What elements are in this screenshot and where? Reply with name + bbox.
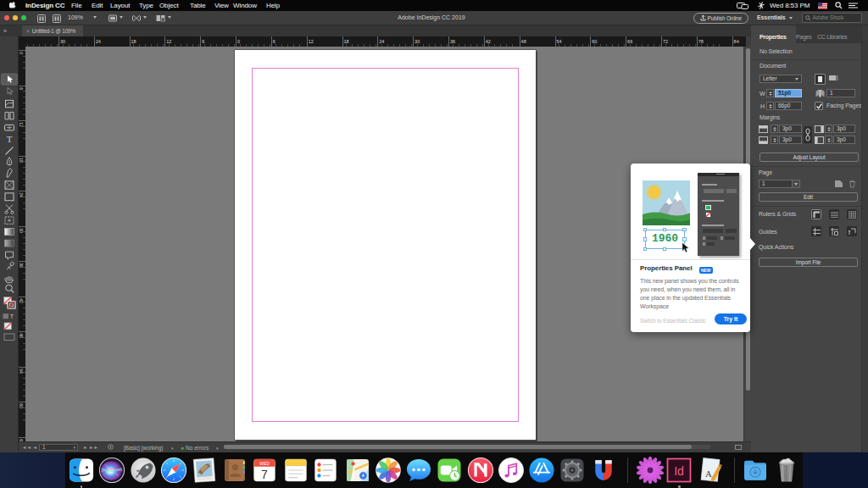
svg-text:7: 7 [261,468,268,481]
svg-text:T: T [10,313,14,319]
svg-text:WED: WED [260,462,270,466]
svg-text:Id: Id [674,464,684,478]
svg-text:A: A [705,469,712,479]
svg-text:T: T [7,135,13,144]
